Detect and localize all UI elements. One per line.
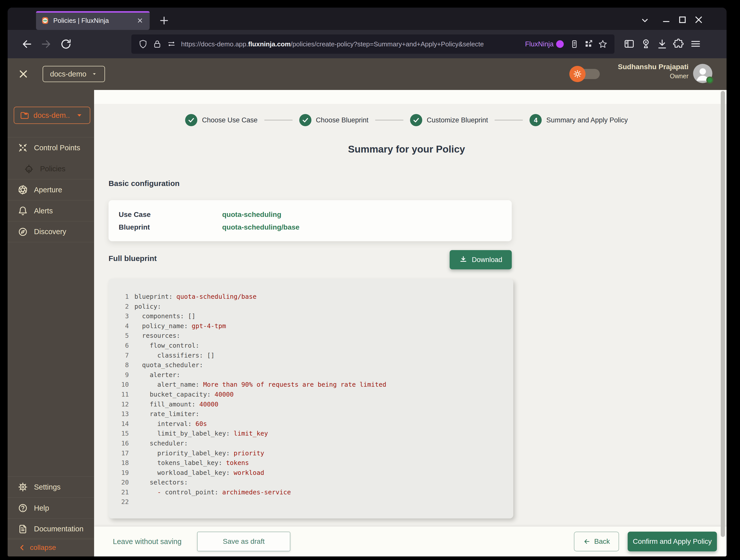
reader-mode-icon[interactable] <box>570 39 579 49</box>
sidebar-item-documentation[interactable]: Documentation <box>8 519 94 540</box>
use-case-value: quota-scheduling <box>222 211 281 219</box>
code-line: 10 alert_name: More than 90% of requests… <box>117 380 506 390</box>
nav-reload-icon[interactable] <box>60 38 72 50</box>
step-number: 4 <box>534 116 537 124</box>
window-close-button[interactable] <box>692 14 705 26</box>
code-line: 3 components: [] <box>117 311 506 321</box>
sidebar-item-settings[interactable]: Settings <box>8 476 94 497</box>
full-blueprint-heading: Full blueprint <box>108 254 157 263</box>
url-bar[interactable]: https://docs-demo.app.fluxninja.com/poli… <box>131 34 615 54</box>
check-icon <box>301 116 309 124</box>
code-line: 9 alerter: <box>117 370 506 380</box>
step-label: Choose Use Case <box>202 116 257 124</box>
settings-icon <box>18 482 28 492</box>
user-name: Sudhanshu Prajapati <box>618 63 689 71</box>
code-line: 1blueprint: quota-scheduling/base <box>117 292 506 302</box>
code-line: 6 flow_control: <box>117 341 506 351</box>
sidebar-item-policies[interactable]: Policies <box>8 158 94 179</box>
step-connector <box>264 120 293 121</box>
container-tab-dot <box>556 40 564 48</box>
sidebar-item-aperture[interactable]: Aperture <box>8 179 94 200</box>
line-number: 1 <box>117 292 129 302</box>
downloads-icon[interactable] <box>656 38 668 50</box>
container-tab-label: FluxNinja <box>525 40 554 48</box>
basic-config-card: Use Case quota-scheduling Blueprint quot… <box>108 200 512 241</box>
window-minimize-button[interactable] <box>660 14 672 26</box>
code-text: alert_name: More than 90% of requests ar… <box>134 380 386 390</box>
tab-policies[interactable]: Policies | FluxNinja <box>36 11 150 30</box>
back-button[interactable]: Back <box>574 532 619 551</box>
sidebar-item-control-points[interactable]: Control Points <box>8 137 94 158</box>
blueprint-label: Blueprint <box>119 223 222 231</box>
code-line: 7 classifiers: [] <box>117 351 506 361</box>
sidebar-item-label: Help <box>34 504 49 513</box>
wizard-close-icon[interactable] <box>17 68 29 80</box>
avatar[interactable] <box>693 64 712 83</box>
download-button[interactable]: Download <box>450 250 512 269</box>
camera-icon[interactable] <box>640 38 652 50</box>
save-as-draft-button[interactable]: Save as draft <box>197 532 290 551</box>
menu-hamburger-icon[interactable] <box>690 38 702 50</box>
theme-toggle[interactable] <box>569 66 600 82</box>
nav-forward-icon[interactable] <box>40 38 52 50</box>
user-role: Owner <box>618 73 689 80</box>
tab-title: Policies | FluxNinja <box>53 17 133 25</box>
code-text: blueprint: quota-scheduling/base <box>134 292 257 302</box>
code-text: flow_control: <box>134 341 199 351</box>
confirm-and-apply-button[interactable]: Confirm and Apply Policy <box>628 532 717 551</box>
screenshot-tiles-icon[interactable] <box>584 39 593 49</box>
chevron-left-icon <box>18 543 26 552</box>
step-label: Customize Blueprint <box>427 116 488 124</box>
step-customize-blueprint[interactable]: Customize Blueprint <box>410 114 488 126</box>
line-number: 18 <box>117 458 129 468</box>
sidebar-toggle-icon[interactable] <box>623 38 635 50</box>
leave-without-saving-link[interactable]: Leave without saving <box>113 527 182 556</box>
scrollbar-thumb[interactable] <box>721 91 725 537</box>
url-text[interactable]: https://docs-demo.app.fluxninja.com/poli… <box>181 40 521 48</box>
blueprint-code-block[interactable]: 1blueprint: quota-scheduling/base2policy… <box>108 279 513 519</box>
project-selector-label: docs-dem... <box>33 111 71 120</box>
code-lines: 1blueprint: quota-scheduling/base2policy… <box>117 292 506 507</box>
wizard-footer-bar: Leave without saving Save as draft Back … <box>94 527 727 556</box>
step-circle <box>299 114 311 126</box>
code-text: resources: <box>134 331 180 341</box>
step-choose-use-case[interactable]: Choose Use Case <box>185 114 257 126</box>
sidebar-item-help[interactable]: Help <box>8 497 94 519</box>
nav-back-icon[interactable] <box>21 38 33 50</box>
lock-icon[interactable] <box>153 39 162 49</box>
sidebar-item-discovery[interactable]: Discovery <box>8 221 94 242</box>
step-choose-blueprint[interactable]: Choose Blueprint <box>299 114 368 126</box>
sidebar-item-label: Policies <box>40 165 66 173</box>
project-selector-dropdown[interactable]: docs-dem... <box>14 107 90 124</box>
code-text: limit_by_label_key: limit_key <box>134 429 268 439</box>
line-number: 15 <box>117 429 129 439</box>
step-circle: 4 <box>530 114 542 126</box>
step-summary-and-apply-policy[interactable]: 4Summary and Apply Policy <box>530 114 628 126</box>
line-number: 9 <box>117 370 129 380</box>
window-maximize-button[interactable] <box>676 14 688 26</box>
step-label: Choose Blueprint <box>316 116 368 124</box>
line-number: 19 <box>117 468 129 478</box>
sidebar-nav: Control PointsPoliciesApertureAlertsDisc… <box>8 137 94 242</box>
code-text: policy_name: gpt-4-tpm <box>134 321 226 331</box>
config-row-use-case: Use Case quota-scheduling <box>119 208 501 221</box>
code-text: policy: <box>134 302 161 312</box>
shield-icon[interactable] <box>138 39 148 49</box>
code-line: 5 resources: <box>117 331 506 341</box>
permissions-icon[interactable] <box>167 39 176 49</box>
user-block: Sudhanshu Prajapati Owner <box>618 63 689 80</box>
tab-close-icon[interactable] <box>135 16 145 25</box>
sidebar-collapse-button[interactable]: collapse <box>8 538 94 556</box>
sidebar-item-label: Control Points <box>34 144 80 152</box>
extensions-puzzle-icon[interactable] <box>672 38 684 50</box>
policies-icon <box>24 164 34 174</box>
sidebar-item-alerts[interactable]: Alerts <box>8 200 94 221</box>
control-points-icon <box>18 143 28 153</box>
bookmark-star-icon[interactable] <box>598 39 608 49</box>
code-line: 13 rate_limiter: <box>117 409 506 419</box>
org-selector-dropdown[interactable]: docs-demo <box>42 66 105 82</box>
line-number: 2 <box>117 302 129 312</box>
list-tabs-chevron-icon[interactable] <box>639 15 650 26</box>
new-tab-button[interactable] <box>158 14 170 27</box>
aperture-icon <box>18 185 28 195</box>
